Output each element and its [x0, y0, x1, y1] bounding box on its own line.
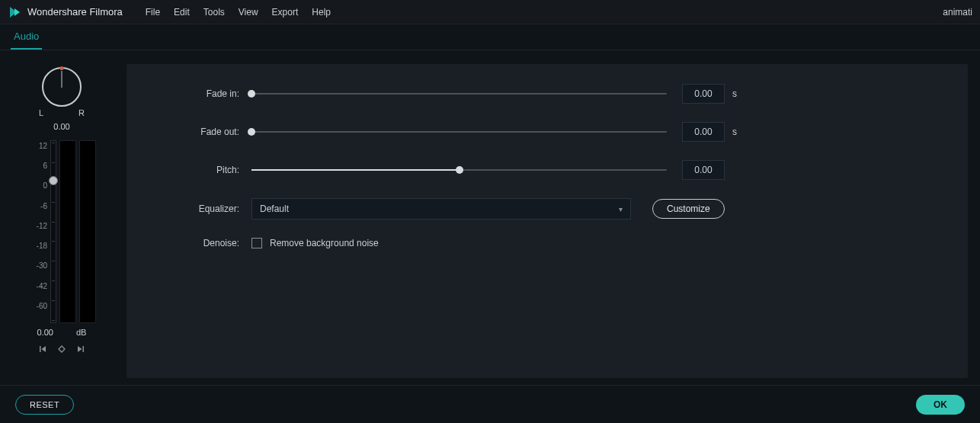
balance-left-label: L	[39, 108, 43, 117]
right-truncated-label: animati	[943, 7, 972, 18]
fade-in-unit: s	[732, 88, 737, 99]
svg-marker-5	[78, 346, 82, 352]
menu-file[interactable]: File	[146, 7, 160, 18]
menu-tools[interactable]: Tools	[203, 7, 225, 18]
meter-tick-labels: 126 0-6 -12-18 -30-42 -60	[27, 140, 50, 323]
next-keyframe-icon[interactable]	[76, 344, 84, 355]
app-title: Wondershare Filmora	[27, 6, 123, 18]
balance-indicator-icon	[60, 66, 64, 70]
balance-right-label: R	[78, 108, 85, 117]
fade-out-label: Fade out:	[152, 127, 251, 137]
denoise-label: Denoise:	[152, 238, 251, 248]
equalizer-customize-button[interactable]: Customize	[652, 199, 725, 219]
volume-thumb-icon[interactable]	[49, 176, 58, 185]
tab-audio[interactable]: Audio	[11, 24, 42, 50]
fade-in-thumb-icon[interactable]	[248, 90, 255, 98]
level-meter-left	[59, 140, 76, 323]
svg-marker-3	[42, 346, 46, 352]
fade-in-slider[interactable]	[251, 89, 667, 98]
balance-dial[interactable]	[42, 67, 82, 107]
fade-in-label: Fade in:	[152, 88, 251, 99]
menu-help[interactable]: Help	[312, 7, 331, 18]
svg-marker-4	[59, 346, 65, 352]
fade-out-thumb-icon[interactable]	[248, 128, 255, 136]
equalizer-selected-value: Default	[260, 203, 289, 214]
menu-view[interactable]: View	[239, 7, 258, 18]
denoise-checkbox-label: Remove background noise	[270, 238, 379, 248]
balance-value: 0.00	[53, 122, 69, 131]
svg-marker-1	[14, 8, 20, 16]
pitch-label: Pitch:	[152, 165, 251, 175]
menu-bar: File Edit Tools View Export Help	[146, 7, 331, 18]
chevron-down-icon: ▾	[619, 205, 623, 213]
add-keyframe-icon[interactable]	[58, 344, 66, 355]
volume-slider-vertical[interactable]	[50, 140, 56, 323]
volume-unit: dB	[76, 328, 86, 337]
svg-rect-2	[40, 346, 41, 352]
pitch-thumb-icon[interactable]	[456, 166, 463, 174]
fade-out-unit: s	[732, 127, 737, 137]
denoise-checkbox[interactable]	[251, 238, 262, 248]
pitch-input[interactable]	[682, 160, 725, 180]
reset-button[interactable]: RESET	[15, 395, 74, 415]
fade-out-slider[interactable]	[251, 127, 667, 136]
pitch-slider[interactable]	[251, 165, 667, 175]
prev-keyframe-icon[interactable]	[40, 344, 47, 355]
volume-value: 0.00	[37, 328, 53, 337]
svg-rect-6	[83, 346, 85, 352]
ok-button[interactable]: OK	[916, 395, 965, 415]
equalizer-label: Equalizer:	[152, 203, 251, 214]
menu-export[interactable]: Export	[272, 7, 299, 18]
fade-in-input[interactable]	[682, 84, 725, 104]
fade-out-input[interactable]	[682, 122, 725, 142]
level-meter-right	[79, 140, 96, 323]
equalizer-select[interactable]: Default ▾	[251, 198, 631, 220]
menu-edit[interactable]: Edit	[174, 7, 190, 18]
app-logo-icon	[8, 5, 21, 19]
